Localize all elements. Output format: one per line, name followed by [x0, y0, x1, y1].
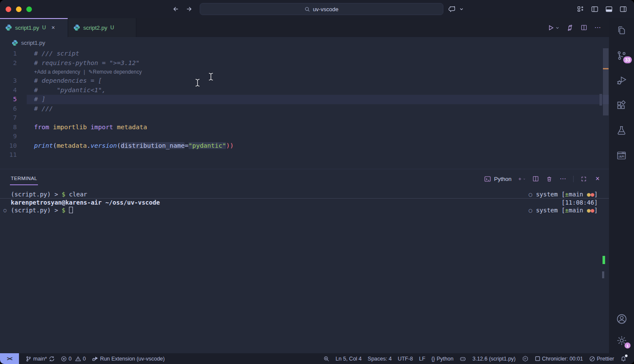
tab-label: script2.py [83, 25, 107, 31]
search-text: uv-vscode [313, 6, 338, 12]
problems-status[interactable]: 0 0 [58, 353, 89, 364]
kill-terminal-icon[interactable] [546, 175, 553, 183]
line-number: 10 [0, 141, 27, 151]
tab-terminal[interactable]: TERMINAL [11, 176, 37, 182]
sidebar-item-source-control[interactable]: 33 [615, 49, 628, 62]
settings-badge: 1 [625, 342, 631, 348]
code-line[interactable]: 11 [0, 150, 609, 160]
add-dependency-link[interactable]: +Add a dependency [34, 68, 80, 76]
extension-status[interactable] [519, 353, 532, 364]
breadcrumb[interactable]: script1.py [0, 37, 609, 48]
search-icon [304, 6, 310, 12]
hexagon-icon [522, 355, 529, 362]
slash-circle-icon [589, 356, 595, 362]
sidebar-item-extensions[interactable] [615, 99, 628, 112]
code-line[interactable]: 8from importlib import metadata [0, 123, 609, 132]
zoom-window-button[interactable] [26, 6, 32, 12]
remote-indicator[interactable]: >< [0, 353, 19, 364]
prettier-status[interactable]: Prettier [586, 353, 617, 364]
compare-changes-icon[interactable] [566, 24, 574, 31]
window-controls[interactable] [6, 6, 32, 12]
beaker-icon [616, 125, 627, 136]
account-button[interactable] [615, 312, 628, 326]
code-editor[interactable]: 1# /// script2# requires-python = ">=3.1… [0, 48, 609, 169]
title-bar: uv-vscode [0, 0, 634, 18]
maximize-panel-icon[interactable] [580, 175, 587, 183]
terminal-output[interactable]: (script.py) > $ clear○ system [±main ●●]… [0, 188, 609, 353]
tab-bar: script1.py U × script2.py U [0, 18, 609, 37]
code-line[interactable]: 10print(metadata.version(distribution_na… [0, 141, 609, 151]
more-actions-icon[interactable]: ⋯ [594, 24, 601, 31]
remove-dependency-link[interactable]: ✎Remove dependency [88, 68, 141, 76]
close-panel-icon[interactable]: × [594, 175, 601, 183]
overview-ruler-marker [603, 68, 609, 69]
debug-run-status[interactable]: Run Extension (uv-vscode) [89, 353, 168, 364]
terminal-row: ○(script.py) > $ ○ system [±main ●●] [0, 206, 609, 215]
split-editor-icon[interactable] [581, 24, 587, 31]
code-line[interactable]: 4# "pydantic<1", [0, 86, 609, 95]
close-tab-icon[interactable]: × [51, 24, 55, 31]
toggle-primary-sidebar-icon[interactable] [591, 5, 599, 13]
notifications-status[interactable] [617, 353, 630, 364]
code-line[interactable]: 3# dependencies = [ [0, 76, 609, 86]
sidebar-item-run-debug[interactable] [615, 74, 628, 87]
minimize-window-button[interactable] [16, 6, 22, 12]
new-terminal-icon[interactable] [518, 175, 525, 183]
copilot-status[interactable] [456, 353, 469, 364]
settings-button[interactable]: 1 [615, 333, 628, 347]
git-branch-status[interactable]: main* [22, 353, 58, 364]
terminal-cursor [69, 207, 73, 213]
code-text: # "pydantic<1", [27, 86, 609, 95]
cursor-position-status[interactable]: Ln 5, Col 4 [333, 353, 364, 364]
terminal-instance-label[interactable]: Python [484, 175, 512, 183]
breadcrumb-file[interactable]: script1.py [21, 40, 45, 46]
toggle-panel-icon[interactable] [605, 5, 613, 13]
eol-status[interactable]: LF [416, 353, 429, 364]
python-file-icon [73, 24, 80, 31]
indentation-status[interactable]: Spaces: 4 [365, 353, 395, 364]
panel-more-actions-icon[interactable]: ⋯ [559, 175, 567, 183]
back-button[interactable] [171, 5, 179, 13]
terminal-text: (script.py) > $ [11, 206, 529, 215]
python-interpreter-status[interactable]: 3.12.6 (script1.py) [469, 353, 518, 364]
terminal-scrollbar[interactable] [602, 271, 604, 278]
toggle-secondary-sidebar-icon[interactable] [619, 5, 627, 13]
chevron-down-icon[interactable] [458, 5, 465, 13]
terminal-text: karenpetrosyan@karens-air ~/oss/uv-vscod… [11, 199, 562, 207]
split-terminal-icon[interactable] [532, 175, 539, 183]
command-center-search[interactable]: uv-vscode [200, 3, 443, 15]
record-square-icon [535, 356, 540, 361]
terminal-text: (script.py) > $ clear [11, 190, 529, 198]
code-line[interactable]: 1# /// script [0, 49, 609, 59]
code-text: # /// [27, 104, 609, 114]
language-mode-status[interactable]: {} Python [428, 353, 456, 364]
tab-script1[interactable]: script1.py U × [0, 18, 68, 37]
editor-scrollbar[interactable] [603, 48, 609, 115]
code-line[interactable]: 7 [0, 113, 609, 123]
command-decoration-icon[interactable]: ○ [3, 206, 6, 215]
sidebar-item-api-client[interactable]: /API [615, 149, 628, 162]
tab-script2[interactable]: script2.py U [68, 18, 136, 37]
code-line[interactable]: 2# requires-python = ">=3.12" [0, 59, 609, 68]
forward-button[interactable] [185, 5, 194, 13]
git-branch-icon [25, 356, 31, 362]
code-lens-separator: | [84, 68, 85, 76]
terminal-icon [484, 175, 491, 183]
code-line[interactable]: 6# /// [0, 104, 609, 114]
bell-icon [620, 355, 627, 362]
copilot-icon [459, 355, 466, 362]
code-line[interactable]: 5# ] [0, 95, 609, 104]
copilot-chat-icon[interactable] [449, 5, 456, 13]
customize-layout-icon[interactable] [577, 5, 584, 13]
encoding-status[interactable]: UTF-8 [395, 353, 416, 364]
run-python-file-icon[interactable] [548, 25, 559, 31]
divider [573, 176, 574, 182]
zoom-status[interactable] [320, 353, 333, 364]
api-icon: /API [616, 150, 627, 161]
sidebar-item-testing[interactable] [615, 124, 628, 137]
code-line[interactable]: 9 [0, 132, 609, 141]
sidebar-item-explorer[interactable] [615, 24, 628, 37]
terminal-prompt-right: [11:08:46] [562, 199, 598, 207]
close-window-button[interactable] [6, 6, 11, 12]
chronicler-status[interactable]: Chronicler: 00:01 [532, 353, 586, 364]
